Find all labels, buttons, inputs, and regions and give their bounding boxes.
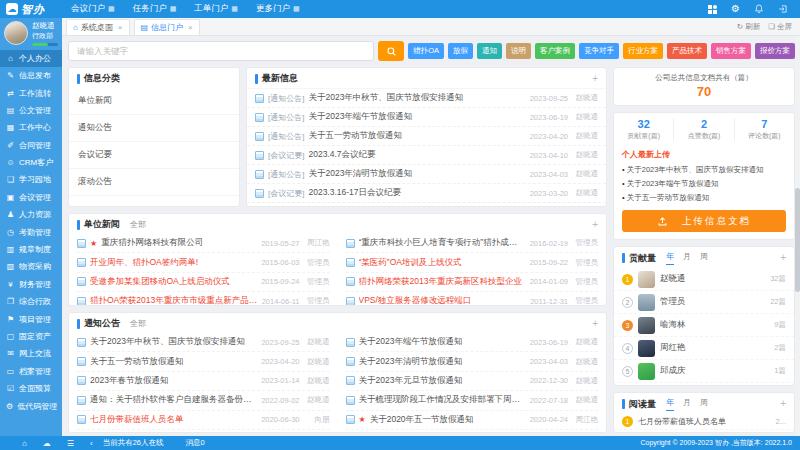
category-item[interactable]: 滚动公告 — [69, 169, 239, 196]
news-title[interactable]: “某医药”OA培训及上线仪式 — [359, 257, 526, 269]
latest-info-row[interactable]: [会议记要] 2023.4.7会议纪要 2023-04-10 赵晓通 — [247, 146, 606, 165]
sidebar-nav-item[interactable]: ¥ 财务管理 — [0, 276, 62, 293]
sidebar-nav-item[interactable]: ❏ 学习园地 — [0, 171, 62, 188]
notice-row[interactable]: 2023年春节放假通知 2023-01-14 赵晓通 — [77, 372, 330, 391]
news-row[interactable]: “重庆市科技小巨人培育专项行动”猎扑成功晋级 2016-02-19 管理员 — [346, 234, 599, 253]
search-input[interactable] — [68, 41, 374, 61]
notice-row[interactable]: 关于2023年元旦节放假通知 2022-12-30 赵晓通 — [346, 372, 599, 391]
portal-menu-item[interactable]: 工单门户 ▦ — [194, 3, 238, 15]
notice-title[interactable]: 关于2023年中秋节、国庆节放假安排通知 — [90, 336, 257, 348]
tab-week[interactable]: 周 — [700, 397, 708, 411]
vertical-scrollbar[interactable] — [795, 36, 800, 436]
contributor-row[interactable]: 2 管理员 22篇 — [614, 291, 794, 314]
notice-row[interactable]: 关于2023年端午节放假通知 2023-06-19 赵晓通 — [346, 333, 599, 352]
sidebar-nav-item[interactable]: ◷ 考勤管理 — [0, 223, 62, 240]
search-button[interactable] — [378, 41, 404, 61]
info-title[interactable]: 关于2023年中秋节、国庆节放假安排通知 — [308, 92, 525, 104]
home-icon[interactable]: ⌂ — [22, 439, 27, 448]
category-item[interactable]: 单位新闻 — [69, 88, 239, 115]
sidebar-nav-item[interactable]: ⚙ 低代码管理 — [0, 397, 62, 414]
sidebar-nav-item[interactable]: ▢ 固定资产 — [0, 328, 62, 345]
filter-tag[interactable]: 放假 — [448, 43, 473, 59]
notice-row[interactable]: 通知：关于猎扑软件客户自建服务器备份的解决方案 2022-09-02 赵晓通 — [77, 391, 330, 410]
portal-menu-item[interactable]: 会议门户 ▦ — [71, 3, 115, 15]
sidebar-nav-item[interactable]: ✎ 信息发布 — [0, 67, 62, 84]
settings-gear-icon[interactable]: ⚙ — [731, 4, 740, 14]
latest-info-row[interactable]: [通知公告] 关于2023年清明节放假通知 2023-04-03 赵晓通 — [247, 165, 606, 184]
info-title[interactable]: 关于2023年清明节放假通知 — [308, 168, 525, 180]
filter-tag[interactable]: 竞争对手 — [579, 43, 619, 59]
filter-tag[interactable]: 报价方案 — [755, 43, 795, 59]
contributor-row[interactable]: 1 赵晓通 32篇 — [614, 268, 794, 291]
tab-info-portal[interactable]: ▤ 信息门户 × — [134, 19, 200, 35]
close-icon[interactable]: × — [188, 23, 193, 32]
notifications-bell-icon[interactable] — [754, 4, 764, 14]
filter-tag[interactable]: 通知 — [477, 43, 502, 59]
notice-title[interactable]: 七月份带薪值班人员名单 — [90, 414, 257, 426]
news-row[interactable]: VPS/独立服务器修改远程端口 2011-12-31 管理员 — [346, 292, 599, 306]
category-item[interactable]: 通知公告 — [69, 115, 239, 142]
message-count[interactable]: 消息0 — [186, 438, 205, 448]
user-card[interactable]: 赵晓通 行政部 — [0, 18, 62, 50]
plus-icon[interactable]: + — [592, 220, 598, 230]
plus-icon[interactable]: + — [780, 399, 786, 409]
app-logo[interactable]: ☁ 智办 — [0, 2, 53, 17]
info-title[interactable]: 关于五一劳动节放假通知 — [308, 130, 525, 142]
cloud-icon[interactable]: ☁ — [43, 439, 51, 448]
read-title[interactable]: 七月份带薪值班人员名单 — [638, 416, 771, 427]
upload-document-button[interactable]: 上传信息文档 — [622, 210, 786, 232]
news-title[interactable]: VPS/独立服务器修改远程端口 — [359, 295, 527, 306]
notice-title[interactable]: 关于2020年五一节放假通知 — [370, 414, 526, 426]
sidebar-nav-item[interactable]: ✉ 网上交流 — [0, 345, 62, 362]
notice-row[interactable]: ★ 关于2020年五一节放假通知 2020-04-24 周江艳 — [346, 411, 599, 430]
news-title[interactable]: 重庆猎扑网络科技有限公司 — [101, 237, 257, 249]
tab-month[interactable]: 月 — [683, 251, 691, 265]
news-title[interactable]: 开业周年、猎扑OA签约两单! — [90, 257, 257, 269]
filter-tag[interactable]: 说明 — [506, 43, 531, 59]
sidebar-nav-item[interactable]: ✐ 合同管理 — [0, 137, 62, 154]
notice-row[interactable]: 关于2023年中秋节、国庆节放假安排通知 2023-09-25 赵晓通 — [77, 333, 330, 352]
sidebar-nav-item[interactable]: ☺ CRM客户 — [0, 154, 62, 171]
sidebar-nav-item[interactable]: ♟ 人力资源 — [0, 206, 62, 223]
plus-icon[interactable]: + — [592, 319, 598, 329]
news-row[interactable]: 开业周年、猎扑OA签约两单! 2015-06-03 管理员 — [77, 253, 330, 272]
collapse-icon[interactable]: ‹ — [90, 439, 93, 448]
info-title[interactable]: 关于2023年端午节放假通知 — [308, 111, 525, 123]
news-row[interactable]: 猎扑OA荣获2013年重庆市市级重点新产品计划项目 2014-06-11 管理员 — [77, 292, 330, 306]
notice-title[interactable]: 关于五一劳动节放假通知 — [90, 356, 257, 368]
personal-upload-item[interactable]: 关于五一劳动节放假通知 — [622, 191, 786, 205]
filter-tag[interactable]: 客户案例 — [535, 43, 575, 59]
news-title[interactable]: “重庆市科技小巨人培育专项行动”猎扑成功晋级 — [359, 237, 526, 249]
filter-tag[interactable]: 行业方案 — [623, 43, 663, 59]
sidebar-nav-item[interactable]: ❐ 综合行政 — [0, 293, 62, 310]
apps-grid-icon[interactable] — [708, 5, 717, 14]
notice-row[interactable]: 目前大家都在家办公，分享一个适合云办公工具的合集 2020-02-05 喻海林 — [346, 430, 599, 433]
notice-title[interactable]: 关于2023年清明节放假通知 — [359, 356, 526, 368]
contributor-row[interactable]: 4 周红艳 2篇 — [614, 337, 794, 360]
latest-info-row[interactable]: [通知公告] 关于五一劳动节放假通知 2023-04-20 赵晓通 — [247, 127, 606, 146]
refresh-button[interactable]: ↻ 刷新 — [737, 22, 760, 32]
hamburger-menu-icon[interactable]: ☰ — [67, 439, 74, 448]
filter-tag[interactable]: 销售方案 — [711, 43, 751, 59]
tab-year[interactable]: 年 — [666, 251, 674, 265]
notice-title[interactable]: 关于2023年端午节放假通知 — [359, 336, 526, 348]
notice-title[interactable]: 2023年春节放假通知 — [90, 375, 257, 387]
latest-info-row[interactable]: [会议记要] 2023.3.16-17日会议纪要 2023-03-20 赵晓通 — [247, 184, 606, 203]
sidebar-nav-item[interactable]: ▤ 公文管理 — [0, 102, 62, 119]
personal-upload-item[interactable]: 关于2023年中秋节、国庆节放假安排通知 — [622, 163, 786, 177]
sidebar-nav-item[interactable]: ⚑ 项目管理 — [0, 310, 62, 327]
sidebar-nav-item[interactable]: ▥ 规章制度 — [0, 241, 62, 258]
category-item[interactable]: 会议记要 — [69, 142, 239, 169]
sidebar-nav-item[interactable]: ☑ 全面预算 — [0, 380, 62, 397]
filter-tag[interactable]: 产品技术 — [667, 43, 707, 59]
info-title[interactable]: 2023.4.7会议纪要 — [308, 149, 525, 161]
tab-year[interactable]: 年 — [666, 397, 674, 411]
notice-title[interactable]: 关于梳理现阶段工作情况及安排部署下周工作会议纪要（20220715） — [359, 394, 526, 406]
news-row[interactable]: ★ 重庆猎扑网络科技有限公司 2019-05-27 周江艳 — [77, 234, 330, 253]
notice-row[interactable]: 关于2023年清明节放假通知 2023-04-03 赵晓通 — [346, 352, 599, 371]
notice-row[interactable]: 关于梳理现阶段工作情况及安排部署下周工作会议纪要（20220715） 2022-… — [346, 391, 599, 410]
notice-row[interactable]: 关于五一劳动节放假通知 2023-04-20 赵晓通 — [77, 352, 330, 371]
latest-info-row[interactable]: [通知公告] 关于2023年中秋节、国庆节放假安排通知 2023-09-25 赵… — [247, 89, 606, 108]
contributor-row[interactable]: 3 喻海林 9篇 — [614, 314, 794, 337]
news-row[interactable]: 受邀参加某集团移动OA上线启动仪式 2015-09-24 管理员 — [77, 273, 330, 292]
